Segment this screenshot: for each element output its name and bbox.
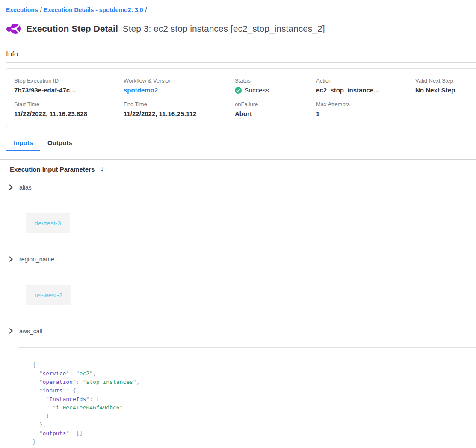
breadcrumb-link-executions[interactable]: Executions bbox=[6, 6, 38, 13]
breadcrumb-separator: / bbox=[38, 6, 44, 13]
success-check-icon bbox=[235, 87, 242, 94]
param-row-alias[interactable]: alias bbox=[0, 178, 476, 196]
code-line: "InstanceIds": [ bbox=[33, 395, 476, 403]
param-value-box: devtest-3 bbox=[18, 205, 476, 241]
param-value-chip: devtest-3 bbox=[26, 213, 70, 233]
info-field-step-execution-id: Step Execution ID 7b73f93e-edaf-47c… bbox=[14, 77, 124, 94]
info-field-action: Action ec2_stop_instance… bbox=[316, 77, 415, 94]
info-field-end-time: End Time 11/22/2022, 11:16:25.112 bbox=[124, 101, 235, 117]
param-row-region-name[interactable]: region_name bbox=[0, 250, 476, 268]
info-field-max-attempts: Max Attempts 1 bbox=[316, 101, 415, 117]
info-field-valid-next-step: Valid Next Step No Next Step bbox=[415, 77, 476, 94]
param-content-aws-call: { "service": "ec2", "operation": "stop_i… bbox=[0, 340, 476, 448]
workflow-link[interactable]: spotdemo2 bbox=[124, 86, 235, 94]
info-field-status: Status Success bbox=[235, 77, 316, 94]
info-field-start-time: Start Time 11/22/2022, 11:16:23.828 bbox=[14, 101, 124, 117]
param-row-aws-call[interactable]: aws_call bbox=[0, 322, 476, 340]
breadcrumb-link-execution-details[interactable]: Execution Details - spotdemo2: 3.0 bbox=[44, 6, 143, 13]
code-line: } bbox=[33, 438, 476, 446]
tab-outputs[interactable]: Outputs bbox=[40, 136, 80, 151]
aws-call-code: { "service": "ec2", "operation": "stop_i… bbox=[18, 347, 476, 448]
chevron-right-icon bbox=[9, 184, 14, 190]
param-content-alias: devtest-3 bbox=[0, 196, 476, 250]
breadcrumb: Executions/Execution Details - spotdemo2… bbox=[0, 0, 476, 13]
code-line: "service": "ec2", bbox=[33, 369, 476, 378]
divider bbox=[6, 41, 476, 41]
divider bbox=[6, 62, 476, 63]
code-line: ] bbox=[33, 412, 476, 421]
page-header: Execution Step Detail Step 3: ec2 stop i… bbox=[6, 21, 476, 37]
param-content-region-name: us-west-2 bbox=[0, 268, 476, 322]
page-title: Execution Step Detail bbox=[26, 24, 118, 34]
info-heading: Info bbox=[6, 50, 476, 59]
info-field-onfailure: onFailure Abort bbox=[235, 101, 316, 117]
chevron-right-icon bbox=[9, 328, 14, 334]
info-card: Step Execution ID 7b73f93e-edaf-47c… Wor… bbox=[6, 68, 476, 127]
param-value-chip: us-west-2 bbox=[26, 285, 71, 305]
code-line: "outputs": [] bbox=[33, 429, 476, 438]
code-line: }, bbox=[33, 421, 476, 429]
breadcrumb-separator: / bbox=[143, 6, 149, 13]
param-value-box: us-west-2 bbox=[18, 277, 476, 313]
expand-all-arrow-icon[interactable]: ↓ bbox=[100, 165, 103, 173]
tab-bar: Inputs Outputs bbox=[0, 136, 476, 151]
page-subtitle: Step 3: ec2 stop instances [ec2_stop_ins… bbox=[123, 24, 325, 34]
execution-input-parameters-header: Execution Input Parameters ↓ bbox=[0, 160, 476, 178]
code-line: "i-0ec41ee046f49dbc6" bbox=[33, 403, 476, 412]
code-line: "operation": "stop_instances", bbox=[33, 378, 476, 386]
code-line: "inputs": { bbox=[33, 386, 476, 395]
code-line: { bbox=[33, 361, 476, 369]
tab-inputs[interactable]: Inputs bbox=[6, 136, 40, 151]
chevron-right-icon bbox=[9, 256, 14, 262]
spot-connect-logo-icon bbox=[6, 21, 21, 36]
status-text: Success bbox=[245, 86, 269, 94]
info-field-workflow-version: Workflow & Version spotdemo2 bbox=[124, 77, 235, 94]
